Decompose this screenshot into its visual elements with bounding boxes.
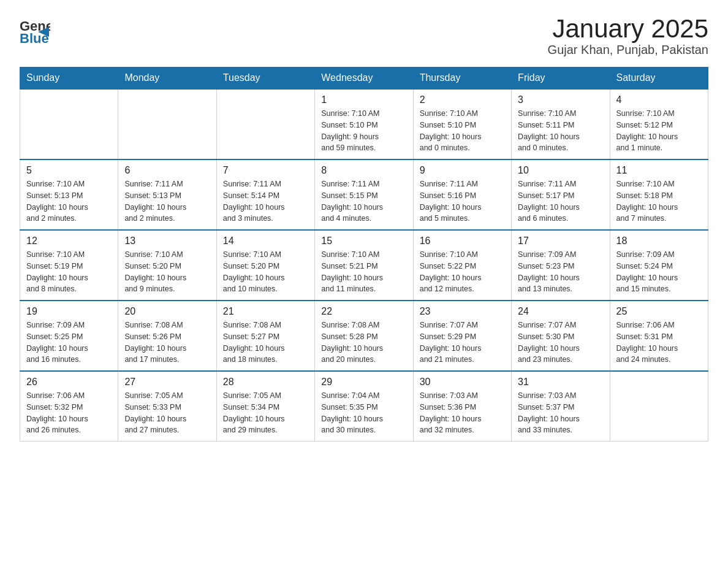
day-info: Sunrise: 7:09 AM Sunset: 5:24 PM Dayligh… <box>616 249 702 295</box>
day-number: 10 <box>518 165 603 176</box>
calendar-cell <box>118 89 216 159</box>
calendar-cell: 25Sunrise: 7:06 AM Sunset: 5:31 PM Dayli… <box>610 301 708 371</box>
calendar-cell: 15Sunrise: 7:10 AM Sunset: 5:21 PM Dayli… <box>315 230 413 301</box>
calendar-cell: 9Sunrise: 7:11 AM Sunset: 5:16 PM Daylig… <box>413 159 511 230</box>
day-number: 17 <box>518 236 603 247</box>
day-number: 18 <box>616 236 702 247</box>
day-info: Sunrise: 7:11 AM Sunset: 5:17 PM Dayligh… <box>518 178 603 224</box>
calendar-header-friday: Friday <box>512 67 610 90</box>
calendar-cell <box>610 371 708 442</box>
calendar-cell: 28Sunrise: 7:05 AM Sunset: 5:34 PM Dayli… <box>216 371 314 442</box>
day-number: 6 <box>124 165 210 176</box>
calendar-cell: 16Sunrise: 7:10 AM Sunset: 5:22 PM Dayli… <box>413 230 511 301</box>
day-number: 27 <box>124 377 210 388</box>
calendar-week-row-5: 26Sunrise: 7:06 AM Sunset: 5:32 PM Dayli… <box>20 371 708 442</box>
day-info: Sunrise: 7:03 AM Sunset: 5:37 PM Dayligh… <box>518 390 603 436</box>
day-number: 8 <box>321 165 406 176</box>
day-number: 1 <box>321 94 406 105</box>
day-info: Sunrise: 7:10 AM Sunset: 5:12 PM Dayligh… <box>616 108 702 154</box>
day-number: 16 <box>420 236 505 247</box>
calendar-cell: 22Sunrise: 7:08 AM Sunset: 5:28 PM Dayli… <box>315 301 413 371</box>
day-number: 3 <box>518 94 603 105</box>
day-info: Sunrise: 7:10 AM Sunset: 5:21 PM Dayligh… <box>321 249 406 295</box>
day-info: Sunrise: 7:06 AM Sunset: 5:31 PM Dayligh… <box>616 320 702 366</box>
day-number: 14 <box>223 236 308 247</box>
day-number: 28 <box>223 377 308 388</box>
day-number: 20 <box>124 306 210 317</box>
day-number: 11 <box>616 165 702 176</box>
calendar-table: SundayMondayTuesdayWednesdayThursdayFrid… <box>20 67 708 442</box>
calendar-cell: 14Sunrise: 7:10 AM Sunset: 5:20 PM Dayli… <box>216 230 314 301</box>
day-number: 9 <box>420 165 505 176</box>
day-info: Sunrise: 7:10 AM Sunset: 5:10 PM Dayligh… <box>420 108 505 154</box>
day-number: 24 <box>518 306 603 317</box>
day-info: Sunrise: 7:10 AM Sunset: 5:20 PM Dayligh… <box>223 249 308 295</box>
day-info: Sunrise: 7:11 AM Sunset: 5:14 PM Dayligh… <box>223 178 308 224</box>
day-info: Sunrise: 7:10 AM Sunset: 5:20 PM Dayligh… <box>124 249 210 295</box>
day-number: 21 <box>223 306 308 317</box>
calendar-header-sunday: Sunday <box>20 67 118 90</box>
calendar-week-row-3: 12Sunrise: 7:10 AM Sunset: 5:19 PM Dayli… <box>20 230 708 301</box>
svg-text:Blue: Blue <box>20 31 49 45</box>
day-info: Sunrise: 7:10 AM Sunset: 5:22 PM Dayligh… <box>420 249 505 295</box>
calendar-cell: 23Sunrise: 7:07 AM Sunset: 5:29 PM Dayli… <box>413 301 511 371</box>
day-number: 4 <box>616 94 702 105</box>
logo-icon: General Blue <box>20 15 50 45</box>
day-number: 31 <box>518 377 603 388</box>
calendar-cell: 1Sunrise: 7:10 AM Sunset: 5:10 PM Daylig… <box>315 89 413 159</box>
calendar-cell: 7Sunrise: 7:11 AM Sunset: 5:14 PM Daylig… <box>216 159 314 230</box>
calendar-cell: 27Sunrise: 7:05 AM Sunset: 5:33 PM Dayli… <box>118 371 216 442</box>
day-number: 23 <box>420 306 505 317</box>
day-info: Sunrise: 7:07 AM Sunset: 5:29 PM Dayligh… <box>420 320 505 366</box>
day-number: 12 <box>26 236 112 247</box>
calendar-header-row: SundayMondayTuesdayWednesdayThursdayFrid… <box>20 67 708 90</box>
day-info: Sunrise: 7:08 AM Sunset: 5:27 PM Dayligh… <box>223 320 308 366</box>
day-info: Sunrise: 7:09 AM Sunset: 5:23 PM Dayligh… <box>518 249 603 295</box>
page-header: General Blue January 2025 Gujar Khan, Pu… <box>20 15 708 57</box>
calendar-cell: 31Sunrise: 7:03 AM Sunset: 5:37 PM Dayli… <box>512 371 610 442</box>
calendar-header-wednesday: Wednesday <box>315 67 413 90</box>
calendar-cell: 30Sunrise: 7:03 AM Sunset: 5:36 PM Dayli… <box>413 371 511 442</box>
calendar-cell: 29Sunrise: 7:04 AM Sunset: 5:35 PM Dayli… <box>315 371 413 442</box>
calendar-header-saturday: Saturday <box>610 67 708 90</box>
day-number: 30 <box>420 377 505 388</box>
day-info: Sunrise: 7:10 AM Sunset: 5:10 PM Dayligh… <box>321 108 406 154</box>
day-info: Sunrise: 7:09 AM Sunset: 5:25 PM Dayligh… <box>26 320 112 366</box>
calendar-cell: 6Sunrise: 7:11 AM Sunset: 5:13 PM Daylig… <box>118 159 216 230</box>
day-info: Sunrise: 7:11 AM Sunset: 5:13 PM Dayligh… <box>124 178 210 224</box>
day-info: Sunrise: 7:10 AM Sunset: 5:11 PM Dayligh… <box>518 108 603 154</box>
day-info: Sunrise: 7:08 AM Sunset: 5:28 PM Dayligh… <box>321 320 406 366</box>
day-info: Sunrise: 7:10 AM Sunset: 5:18 PM Dayligh… <box>616 178 702 224</box>
calendar-week-row-2: 5Sunrise: 7:10 AM Sunset: 5:13 PM Daylig… <box>20 159 708 230</box>
calendar-cell <box>20 89 118 159</box>
calendar-cell <box>216 89 314 159</box>
day-info: Sunrise: 7:10 AM Sunset: 5:19 PM Dayligh… <box>26 249 112 295</box>
calendar-cell: 10Sunrise: 7:11 AM Sunset: 5:17 PM Dayli… <box>512 159 610 230</box>
logo: General Blue <box>20 15 50 45</box>
calendar-cell: 13Sunrise: 7:10 AM Sunset: 5:20 PM Dayli… <box>118 230 216 301</box>
day-info: Sunrise: 7:08 AM Sunset: 5:26 PM Dayligh… <box>124 320 210 366</box>
day-info: Sunrise: 7:03 AM Sunset: 5:36 PM Dayligh… <box>420 390 505 436</box>
day-number: 2 <box>420 94 505 105</box>
calendar-cell: 21Sunrise: 7:08 AM Sunset: 5:27 PM Dayli… <box>216 301 314 371</box>
day-number: 7 <box>223 165 308 176</box>
day-info: Sunrise: 7:11 AM Sunset: 5:15 PM Dayligh… <box>321 178 406 224</box>
calendar-cell: 8Sunrise: 7:11 AM Sunset: 5:15 PM Daylig… <box>315 159 413 230</box>
day-info: Sunrise: 7:11 AM Sunset: 5:16 PM Dayligh… <box>420 178 505 224</box>
calendar-week-row-4: 19Sunrise: 7:09 AM Sunset: 5:25 PM Dayli… <box>20 301 708 371</box>
page-subtitle: Gujar Khan, Punjab, Pakistan <box>548 43 708 57</box>
day-info: Sunrise: 7:06 AM Sunset: 5:32 PM Dayligh… <box>26 390 112 436</box>
calendar-cell: 3Sunrise: 7:10 AM Sunset: 5:11 PM Daylig… <box>512 89 610 159</box>
day-number: 29 <box>321 377 406 388</box>
calendar-cell: 17Sunrise: 7:09 AM Sunset: 5:23 PM Dayli… <box>512 230 610 301</box>
calendar-cell: 4Sunrise: 7:10 AM Sunset: 5:12 PM Daylig… <box>610 89 708 159</box>
day-info: Sunrise: 7:04 AM Sunset: 5:35 PM Dayligh… <box>321 390 406 436</box>
calendar-header-tuesday: Tuesday <box>216 67 314 90</box>
calendar-week-row-1: 1Sunrise: 7:10 AM Sunset: 5:10 PM Daylig… <box>20 89 708 159</box>
day-number: 26 <box>26 377 112 388</box>
day-number: 13 <box>124 236 210 247</box>
calendar-cell: 5Sunrise: 7:10 AM Sunset: 5:13 PM Daylig… <box>20 159 118 230</box>
calendar-cell: 11Sunrise: 7:10 AM Sunset: 5:18 PM Dayli… <box>610 159 708 230</box>
day-info: Sunrise: 7:10 AM Sunset: 5:13 PM Dayligh… <box>26 178 112 224</box>
day-info: Sunrise: 7:05 AM Sunset: 5:33 PM Dayligh… <box>124 390 210 436</box>
